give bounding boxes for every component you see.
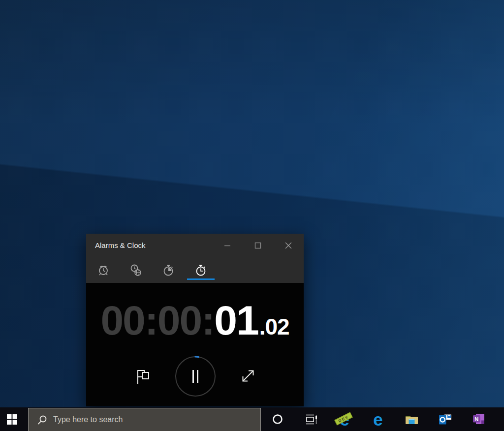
tab-alarm[interactable]	[90, 257, 117, 283]
tab-strip	[86, 257, 304, 283]
desktop: Alarms & Clock	[0, 0, 504, 431]
windows-logo-icon	[7, 414, 17, 425]
flag-icon	[134, 368, 151, 385]
taskbar-item-onenote[interactable]: N	[462, 407, 495, 431]
search-icon	[37, 415, 47, 425]
taskbar-search-input[interactable]: Type here to search	[28, 408, 261, 431]
window-title: Alarms & Clock	[95, 241, 146, 249]
timer-icon	[161, 263, 175, 277]
laps-flag-button[interactable]	[134, 368, 151, 387]
tab-stopwatch[interactable]	[187, 257, 215, 283]
taskbar: Type here to search e DEV e	[0, 407, 504, 431]
stopwatch-icon	[194, 263, 208, 277]
tab-world-clock[interactable]	[122, 257, 150, 283]
cortana-icon	[271, 413, 284, 426]
tab-timer[interactable]	[155, 257, 182, 283]
expand-icon	[240, 368, 256, 384]
taskbar-item-cortana[interactable]	[261, 407, 294, 431]
expand-button[interactable]	[240, 368, 256, 385]
maximize-icon	[254, 242, 261, 249]
stopwatch-time-fraction: .02	[259, 313, 289, 340]
taskbar-item-outlook[interactable]	[428, 407, 462, 431]
svg-text:N: N	[474, 416, 478, 422]
edge-icon: e	[373, 411, 382, 428]
minimize-button[interactable]	[212, 234, 243, 257]
stopwatch-time-seconds: 01	[214, 297, 258, 344]
tab-indicator	[187, 278, 215, 280]
pause-button[interactable]	[174, 355, 217, 399]
start-button[interactable]	[0, 407, 24, 431]
close-button[interactable]	[273, 234, 304, 257]
task-view-icon	[305, 413, 318, 426]
taskbar-item-edge[interactable]: e	[361, 407, 395, 431]
stopwatch-panel: 00:00: 01 .02	[86, 283, 304, 406]
file-explorer-icon	[404, 413, 419, 426]
search-placeholder: Type here to search	[53, 415, 123, 424]
stopwatch-time: 00:00: 01 .02	[86, 297, 304, 344]
caption-buttons	[212, 234, 304, 257]
outlook-icon	[438, 413, 453, 426]
minimize-icon	[224, 242, 231, 249]
alarm-clock-icon	[96, 263, 110, 277]
stopwatch-time-dim: 00:00:	[100, 297, 214, 344]
onenote-icon: N	[472, 412, 486, 426]
taskbar-item-edge-dev[interactable]: e DEV	[328, 407, 361, 431]
close-icon	[285, 242, 292, 249]
alarms-clock-window: Alarms & Clock	[86, 234, 304, 406]
window-titlebar[interactable]: Alarms & Clock	[86, 234, 304, 257]
taskbar-item-task-view[interactable]	[294, 407, 328, 431]
pause-icon	[174, 355, 217, 398]
world-clock-icon	[129, 263, 143, 277]
maximize-button[interactable]	[243, 234, 273, 257]
taskbar-item-file-explorer[interactable]	[395, 407, 428, 431]
